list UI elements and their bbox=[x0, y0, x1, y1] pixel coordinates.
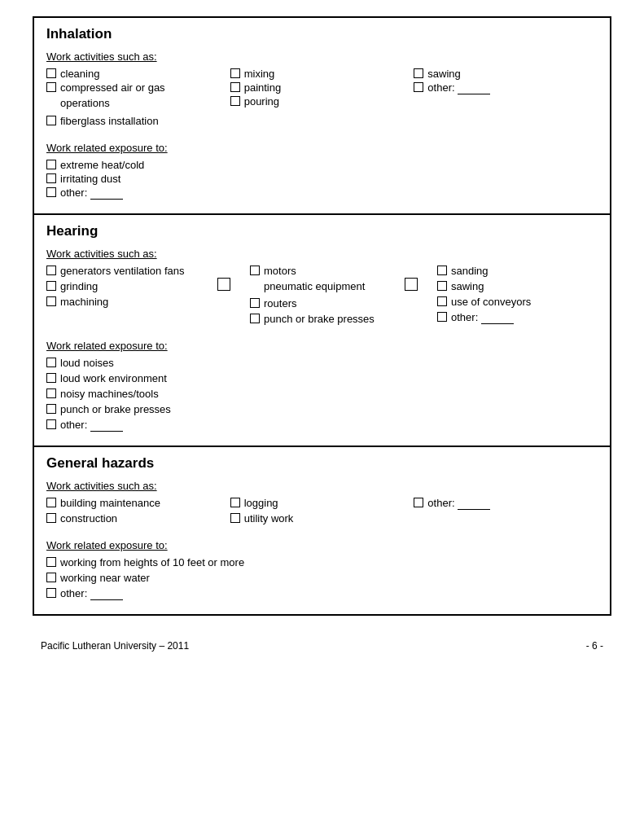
inhalation-label-other2: other: bbox=[60, 187, 123, 200]
checkbox-pouring[interactable] bbox=[230, 96, 240, 106]
general-title: General hazards bbox=[46, 455, 598, 472]
checkbox-sanding[interactable] bbox=[437, 266, 447, 275]
inhalation-item-fiberglass: fiberglass installation bbox=[46, 115, 222, 127]
checkbox-inhalation-other[interactable] bbox=[414, 82, 423, 92]
checkbox-general-other2[interactable] bbox=[46, 588, 56, 598]
hearing-exposure-block: Work related exposure to: loud noises lo… bbox=[46, 340, 598, 432]
hearing-label-sanding: sanding bbox=[451, 265, 488, 277]
hearing-label-other: other: bbox=[451, 311, 514, 324]
inhalation-label-fiberglass: fiberglass installation bbox=[60, 115, 159, 127]
hearing-other-blank bbox=[481, 311, 514, 324]
general-exposure-block: Work related exposure to: working from h… bbox=[46, 539, 598, 600]
checkbox-mixing[interactable] bbox=[230, 68, 240, 78]
inhalation-label-compressed-air: compressed air or gas bbox=[60, 81, 165, 94]
hearing-item-sanding: sanding bbox=[437, 265, 598, 277]
checkbox-cleaning[interactable] bbox=[46, 68, 56, 78]
inhalation-label-other: other: bbox=[427, 81, 490, 94]
general-activities-columns: building maintenance construction loggin… bbox=[46, 497, 598, 526]
hearing-big-checkbox-2[interactable] bbox=[405, 278, 418, 291]
checkbox-utility[interactable] bbox=[230, 513, 240, 523]
checkbox-heights[interactable] bbox=[46, 557, 56, 567]
checkbox-loud-noises[interactable] bbox=[46, 358, 56, 367]
hearing-item-punch: punch or brake presses bbox=[250, 313, 396, 325]
inhalation-label-cleaning: cleaning bbox=[60, 68, 99, 80]
footer-right: - 6 - bbox=[586, 640, 603, 652]
hearing-work-related-label: Work related exposure to: bbox=[46, 340, 598, 352]
general-col3: other: bbox=[414, 497, 598, 511]
checkbox-inhalation-other2[interactable] bbox=[46, 187, 56, 197]
checkbox-water[interactable] bbox=[46, 573, 56, 582]
inhalation-label-pouring: pouring bbox=[244, 95, 279, 108]
checkbox-heat[interactable] bbox=[46, 160, 56, 169]
hearing-activities-columns: generators ventilation fans grinding mac… bbox=[46, 265, 598, 327]
inhalation-label-sawing: sawing bbox=[427, 68, 460, 80]
checkbox-punch[interactable] bbox=[250, 314, 260, 323]
general-item-heights: working from heights of 10 feet or more bbox=[46, 556, 598, 568]
general-label-utility: utility work bbox=[244, 512, 294, 525]
general-label-construction: construction bbox=[60, 512, 117, 525]
checkbox-conveyors[interactable] bbox=[437, 296, 447, 306]
hearing-item-machining: machining bbox=[46, 296, 209, 308]
hearing-col1: generators ventilation fans grinding mac… bbox=[46, 265, 209, 309]
hearing-col-mid bbox=[217, 265, 242, 293]
checkbox-hearing-other[interactable] bbox=[437, 312, 447, 322]
inhalation-work-activities-label: Work activities such as: bbox=[46, 50, 598, 63]
checkbox-noisy-machines[interactable] bbox=[46, 388, 56, 398]
inhalation-item-heat: extreme heat/cold bbox=[46, 159, 598, 171]
checkbox-construction[interactable] bbox=[46, 513, 56, 523]
general-label-logging: logging bbox=[244, 497, 278, 509]
inhalation-other-blank2 bbox=[90, 187, 123, 200]
hearing-label-punch-exposure: punch or brake presses bbox=[60, 403, 171, 415]
general-label-heights: working from heights of 10 feet or more bbox=[60, 556, 244, 568]
hearing-section: Hearing Work activities such as: generat… bbox=[33, 215, 611, 448]
checkbox-hearing-other2[interactable] bbox=[46, 419, 56, 429]
general-other-blank bbox=[458, 497, 490, 510]
hearing-big-checkbox-1[interactable] bbox=[217, 278, 230, 291]
checkbox-dust[interactable] bbox=[46, 173, 56, 183]
checkbox-compressed-air[interactable] bbox=[46, 82, 56, 92]
hearing-col3: sanding sawing use of conveyors other: bbox=[437, 265, 598, 326]
checkbox-building[interactable] bbox=[46, 498, 56, 507]
general-col2: logging utility work bbox=[230, 497, 414, 526]
general-item-construction: construction bbox=[46, 512, 222, 525]
hearing-label-generators: generators ventilation fans bbox=[60, 265, 184, 277]
hearing-item-grinding: grinding bbox=[46, 280, 209, 292]
checkbox-grinding[interactable] bbox=[46, 281, 56, 291]
inhalation-item-cleaning: cleaning bbox=[46, 68, 222, 80]
hearing-label-noisy-machines: noisy machines/tools bbox=[60, 388, 159, 400]
hearing-label-loud-noises: loud noises bbox=[60, 357, 114, 369]
general-item-logging: logging bbox=[230, 497, 406, 509]
checkbox-fiberglass[interactable] bbox=[46, 116, 56, 125]
inhalation-label-painting: painting bbox=[244, 81, 282, 94]
general-item-building: building maintenance bbox=[46, 497, 222, 509]
checkbox-sawing[interactable] bbox=[414, 68, 423, 78]
checkbox-logging[interactable] bbox=[230, 498, 240, 507]
checkbox-generators[interactable] bbox=[46, 266, 56, 275]
checkbox-general-other[interactable] bbox=[414, 498, 423, 507]
general-item-water: working near water bbox=[46, 572, 598, 584]
general-work-related-label: Work related exposure to: bbox=[46, 539, 598, 551]
hearing-item-other2: other: bbox=[46, 419, 598, 432]
inhalation-exposure-block: Work related exposure to: extreme heat/c… bbox=[46, 142, 598, 200]
checkbox-machining[interactable] bbox=[46, 296, 56, 306]
general-label-other: other: bbox=[427, 497, 490, 510]
checkbox-loud-env[interactable] bbox=[46, 373, 56, 383]
footer-left: Pacific Lutheran University – 2011 bbox=[41, 640, 189, 652]
checkbox-routers[interactable] bbox=[250, 298, 260, 308]
checkbox-punch-exposure[interactable] bbox=[46, 404, 56, 414]
general-col1: building maintenance construction bbox=[46, 497, 230, 526]
hearing-item-loud-noises: loud noises bbox=[46, 357, 598, 369]
general-section: General hazards Work activities such as:… bbox=[33, 447, 611, 616]
hearing-label-motors: motors bbox=[264, 265, 296, 277]
checkbox-motors[interactable] bbox=[250, 266, 260, 275]
hearing-other-blank2 bbox=[90, 419, 123, 432]
hearing-label-sawing: sawing bbox=[451, 280, 484, 292]
hearing-item-punch-exposure: punch or brake presses bbox=[46, 403, 598, 415]
inhalation-other-blank bbox=[458, 81, 490, 94]
hearing-item-motors: motors bbox=[250, 265, 396, 277]
checkbox-painting[interactable] bbox=[230, 82, 240, 92]
inhalation-label-operations: operations bbox=[60, 95, 222, 112]
inhalation-item-painting: painting bbox=[230, 81, 406, 94]
checkbox-hearing-sawing[interactable] bbox=[437, 281, 447, 291]
hearing-label-pneumatic: pneumatic equipment bbox=[264, 279, 396, 295]
